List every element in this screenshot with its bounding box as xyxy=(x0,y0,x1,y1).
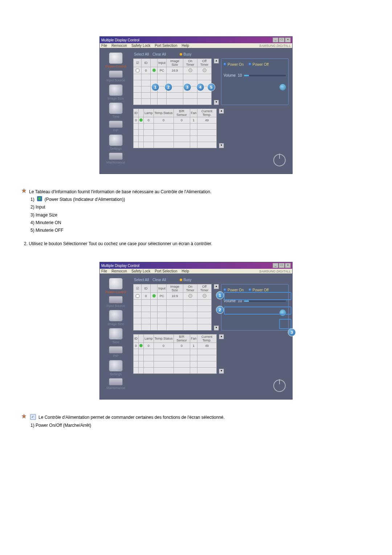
on-timer-icon xyxy=(188,294,192,298)
brand-label: SAMSUNG DIGITALL xyxy=(259,270,291,273)
select-all-button[interactable]: Select All xyxy=(134,278,149,282)
sidebar-item-maintenance[interactable]: Maintenance xyxy=(103,153,128,164)
table-row[interactable]: 0 PC 16:9 xyxy=(134,293,212,300)
sidebar-item-time[interactable]: Time xyxy=(103,328,128,344)
scroll-down-button[interactable]: ▼ xyxy=(214,100,219,105)
maximize-button[interactable]: □ xyxy=(279,37,285,42)
power-on-button[interactable]: Power On xyxy=(224,62,244,66)
menu-file[interactable]: File xyxy=(101,269,107,273)
sidebar-item-time[interactable]: Time xyxy=(103,102,128,118)
close-button[interactable]: × xyxy=(285,263,291,268)
menu-safety-lock[interactable]: Safety Lock xyxy=(131,269,150,273)
settings-icon xyxy=(109,134,123,146)
sidebar-item-pip[interactable]: PIP xyxy=(103,121,128,132)
radio-icon xyxy=(224,288,226,291)
menu-file[interactable]: File xyxy=(101,44,107,48)
menu-remocon[interactable]: Remocon xyxy=(111,269,127,273)
sidebar-item-power-control[interactable]: Power Control xyxy=(103,278,128,294)
minimize-button[interactable]: _ xyxy=(273,37,278,42)
annotation-3: 3 xyxy=(183,83,191,91)
window-controls: _ □ × xyxy=(273,263,291,268)
scroll-up-button[interactable]: ▲ xyxy=(214,58,219,64)
row-checkbox[interactable] xyxy=(136,69,139,72)
sidebar-item-pip[interactable]: PIP xyxy=(103,346,128,358)
maintenance-icon xyxy=(109,378,123,385)
info-table: ☑ ID Input Image Size On Timer Off Timer xyxy=(133,284,212,331)
col-id2: ID xyxy=(134,109,139,117)
speaker-icon[interactable] xyxy=(279,84,286,90)
window-title: Multiple Display Control xyxy=(101,264,139,268)
annotation2-3: 3 xyxy=(288,328,296,336)
clear-all-button[interactable]: Clear All xyxy=(152,278,166,282)
menu-port-selection[interactable]: Port Selection xyxy=(155,44,177,48)
menubar: File Remocon Safety Lock Port Selection … xyxy=(100,269,292,274)
menu-port-selection[interactable]: Port Selection xyxy=(155,269,177,273)
close-button[interactable]: × xyxy=(285,37,291,42)
power-symbol-icon xyxy=(273,154,286,166)
col-input: Input xyxy=(158,59,167,67)
power-controls-panel: Power On Power Off Volume 10 xyxy=(221,58,289,105)
power-off-button[interactable]: Power Off xyxy=(249,288,269,292)
scroll-down-button[interactable]: ▼ xyxy=(219,143,224,148)
busy-dot-icon xyxy=(180,53,182,56)
volume-label: Volume xyxy=(224,299,236,303)
busy-indicator: Busy xyxy=(180,278,191,282)
sidebar-item-settings[interactable]: Settings xyxy=(103,134,128,150)
input-source-icon xyxy=(109,70,123,78)
sidebar-item-maintenance[interactable]: Maintenance xyxy=(103,378,128,390)
power-off-button[interactable]: Power Off xyxy=(249,62,269,66)
status-dot-icon xyxy=(139,118,143,122)
busy-indicator: Busy xyxy=(180,52,191,56)
volume-slider[interactable] xyxy=(244,75,286,76)
table-row[interactable]: 0 0 0 0 1 49 xyxy=(134,343,217,349)
col-br-sensor: B/R Sensor xyxy=(173,109,190,117)
menu-help[interactable]: Help xyxy=(181,269,189,273)
sidebar-item-settings[interactable]: Settings xyxy=(103,360,128,376)
col-check: ☑ xyxy=(134,59,142,67)
sidebar-item-input-source[interactable]: Input Source xyxy=(103,296,128,308)
table-row[interactable]: 0 0 0 0 1 49 xyxy=(134,117,217,123)
time-icon xyxy=(109,102,123,114)
volume-value: 10 xyxy=(238,73,242,77)
annotation-1: 1 xyxy=(151,83,159,91)
sidebar-item-input-source[interactable]: Input Source xyxy=(103,70,128,82)
settings-icon xyxy=(109,360,123,372)
table-row[interactable]: 0 PC 16:9 xyxy=(134,67,212,74)
menu-remocon[interactable]: Remocon xyxy=(111,44,127,48)
speaker-icon[interactable] xyxy=(279,309,286,316)
select-all-button[interactable]: Select All xyxy=(134,52,149,56)
power-on-button[interactable]: Power On xyxy=(224,288,244,292)
window-title: Multiple Display Control xyxy=(101,38,139,42)
col-image-size: Image Size xyxy=(167,59,183,67)
scroll-up-button[interactable]: ▲ xyxy=(214,284,219,289)
sidebar-item-image-size[interactable]: Image Size xyxy=(103,310,128,326)
sidebar-item-image-size[interactable]: Image Size xyxy=(103,84,128,100)
col-fan: Fan xyxy=(190,109,197,117)
col-current-temp: Current Temp. xyxy=(197,109,217,117)
scroll-up-button[interactable]: ▲ xyxy=(219,334,224,339)
row-checkbox[interactable] xyxy=(136,294,139,298)
app-window-2: Multiple Display Control _ □ × File Remo… xyxy=(99,262,293,400)
time-icon xyxy=(109,328,123,340)
clear-all-button[interactable]: Clear All xyxy=(152,52,166,56)
scroll-down-button[interactable]: ▼ xyxy=(214,325,219,331)
menu-safety-lock[interactable]: Safety Lock xyxy=(131,44,150,48)
minimize-button[interactable]: _ xyxy=(273,263,278,268)
volume-slider[interactable] xyxy=(244,300,286,302)
maximize-button[interactable]: □ xyxy=(279,263,285,268)
col-status xyxy=(151,59,158,67)
desc1-l1b: (Power Status (Indicateur d'Alimentation… xyxy=(45,196,125,203)
description-block-2: Le Contrôle d'Alimentation permet de com… xyxy=(22,414,370,429)
titlebar: Multiple Display Control _ □ × xyxy=(100,262,292,269)
status-dot-icon xyxy=(152,69,156,72)
desc1-l4: 4) Minuterie ON xyxy=(30,219,61,226)
scroll-down-button[interactable]: ▼ xyxy=(219,369,224,374)
sidebar-item-power-control[interactable]: Power Control xyxy=(103,52,128,68)
desc2-l1: 1) Power On/Off (Marche/Arrêt) xyxy=(30,422,91,429)
power-control-icon xyxy=(109,52,123,64)
scroll-up-button[interactable]: ▲ xyxy=(219,109,224,114)
volume-value: 10 xyxy=(238,299,242,303)
annotation-2: 2 xyxy=(164,83,172,91)
brand-label: SAMSUNG DIGITALL xyxy=(259,44,291,48)
menu-help[interactable]: Help xyxy=(181,44,189,48)
